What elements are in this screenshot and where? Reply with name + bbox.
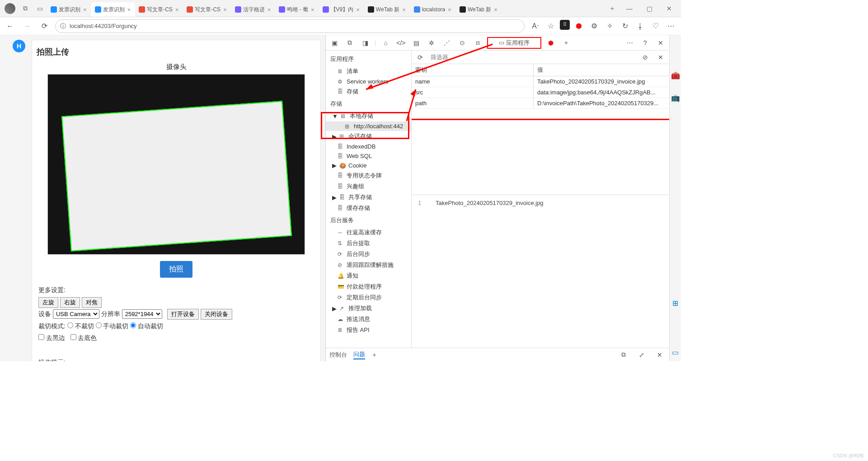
sidebar-bfcache[interactable]: ↔往返高速缓存: [326, 227, 411, 238]
sidebar-storage-overview[interactable]: 🗄存储: [326, 86, 411, 97]
more-tabs-button[interactable]: ＋: [560, 37, 572, 49]
rotate-left-button[interactable]: 左旋: [38, 297, 58, 308]
memory-icon[interactable]: ⧈: [472, 37, 483, 49]
sidebar-notifications[interactable]: 🔔通知: [326, 270, 411, 281]
storage-filter-input[interactable]: [430, 53, 636, 61]
resolution-select[interactable]: 2592*1944: [122, 309, 162, 319]
back-button[interactable]: ←: [4, 20, 16, 33]
sidebar-websql[interactable]: 🗄Web SQL: [326, 151, 411, 161]
delete-item-icon[interactable]: ✕: [655, 51, 666, 63]
storage-row[interactable]: nameTakePhoto_20240205170329_invoice.jpg: [412, 76, 669, 87]
workspaces-icon[interactable]: ⧉: [18, 1, 33, 16]
sidebar-push[interactable]: ☁推送消息: [326, 314, 411, 325]
browser-tab[interactable]: 鸣翊 - 葡×: [275, 2, 319, 17]
close-tab-icon[interactable]: ×: [222, 6, 228, 13]
browser-tab[interactable]: 写文章-CS×: [135, 2, 183, 17]
browser-tab[interactable]: 发票识别×: [47, 2, 91, 17]
drawer-dock-icon[interactable]: ⧉: [618, 349, 629, 361]
tab-actions-icon[interactable]: ▭: [33, 1, 47, 16]
sidebar-manifest[interactable]: 🗎清单: [326, 66, 411, 77]
sidebar-local-storage-origin[interactable]: ⊞http://localhost:442: [326, 121, 411, 131]
site-info-icon[interactable]: ⓘ: [60, 22, 66, 30]
open-device-button[interactable]: 打开设备: [167, 309, 199, 320]
sidebar-service-workers[interactable]: ⚙Service workers: [326, 77, 411, 86]
drawer-expand-icon[interactable]: ⤢: [636, 349, 647, 361]
sidebar-bg-sync[interactable]: ⟳后台同步: [326, 249, 411, 260]
profile-avatar[interactable]: [5, 3, 15, 14]
maximize-button[interactable]: ▢: [639, 1, 659, 16]
sidebar-periodic-sync[interactable]: ⟳定期后台同步: [326, 292, 411, 303]
extensions-icon[interactable]: ⚙: [588, 20, 601, 33]
sidebar-indexeddb[interactable]: 🗄IndexedDB: [326, 142, 411, 151]
clear-storage-icon[interactable]: ⊘: [639, 51, 651, 63]
sidebar-cache-storage[interactable]: 🗄缓存存储: [326, 203, 411, 214]
device-select[interactable]: USB Camera: [53, 309, 99, 319]
focus-button[interactable]: 对焦: [82, 297, 102, 308]
sidebar-bg-fetch[interactable]: ⇅后台提取: [326, 238, 411, 249]
sidebar-session-storage[interactable]: ▶⊞会话存储: [326, 131, 411, 142]
devtools-menu-icon[interactable]: ⋯: [624, 37, 636, 49]
sidebar-local-storage[interactable]: ▼⊞本地存储: [326, 111, 411, 121]
sidebar-shared-storage[interactable]: ▶🗄共享存储: [326, 192, 411, 203]
sidebar-app1-icon[interactable]: 📺: [671, 93, 680, 102]
sources-icon[interactable]: ✲: [426, 37, 437, 49]
downloads-icon[interactable]: ⭳: [634, 20, 647, 33]
browser-tab[interactable]: 【V9】内×: [319, 2, 364, 17]
url-input[interactable]: ⓘ localhost:44203/Forguncy: [55, 19, 525, 33]
new-tab-button[interactable]: ＋: [605, 1, 619, 16]
refresh-button[interactable]: ⟳: [38, 20, 51, 33]
close-tab-icon[interactable]: ×: [355, 6, 361, 13]
sidebar-settings-icon[interactable]: ▭: [672, 348, 679, 357]
storage-row[interactable]: srcdata:image/jpg;base64,/9j/4AAQSkZJRgA…: [412, 87, 669, 98]
rotate-right-button[interactable]: 右旋: [60, 297, 80, 308]
sidebar-speculative[interactable]: ▶↗推理加载: [326, 303, 411, 314]
browser-tab[interactable]: localstora×: [410, 2, 456, 17]
storage-row[interactable]: pathD:\invoicePath\TakePhoto_20240205170…: [412, 98, 669, 109]
devtools-close-icon[interactable]: ✕: [655, 37, 666, 49]
close-window-button[interactable]: ✕: [659, 1, 679, 16]
close-tab-icon[interactable]: ×: [82, 6, 88, 13]
sidebar-reporting[interactable]: 🗎报告 API: [326, 325, 411, 335]
refresh-storage-icon[interactable]: ⟳: [414, 51, 426, 63]
application-tab[interactable]: ▭ 应用程序: [487, 37, 541, 49]
menu-icon[interactable]: ⋯: [665, 20, 677, 33]
devtools-help-icon[interactable]: ?: [639, 37, 651, 49]
crop-auto-radio[interactable]: 自动裁切: [130, 322, 163, 330]
col-key[interactable]: 密钥: [412, 64, 534, 76]
sidebar-interest-groups[interactable]: 🗄兴趣组: [326, 181, 411, 192]
minimize-button[interactable]: ―: [619, 1, 639, 16]
sidebar-cookies[interactable]: ▶🍪Cookie: [326, 161, 411, 170]
sidebar-bounce[interactable]: ⊘退回跟踪缓解措施: [326, 260, 411, 270]
browser-tab[interactable]: WeTab 新×: [364, 2, 410, 17]
close-tab-icon[interactable]: ×: [127, 6, 132, 13]
drawer-issues-tab[interactable]: 问题: [353, 350, 365, 359]
close-tab-icon[interactable]: ×: [267, 6, 272, 13]
close-device-button[interactable]: 关闭设备: [201, 309, 232, 320]
performance-icon[interactable]: ♡: [649, 20, 662, 33]
close-tab-icon[interactable]: ×: [493, 6, 498, 13]
sidebar-app2-icon[interactable]: ⊞: [672, 299, 678, 307]
history-icon[interactable]: ↻: [619, 20, 631, 33]
console-icon[interactable]: ▤: [410, 37, 422, 49]
network-icon[interactable]: ⋰: [441, 37, 453, 49]
reader-icon[interactable]: A⁺: [529, 20, 542, 33]
sidebar-payment[interactable]: 💳付款处理程序: [326, 281, 411, 292]
ext1-icon[interactable]: ⠿: [560, 20, 570, 30]
ublock-icon[interactable]: ⬢: [572, 20, 585, 33]
elements-icon[interactable]: </>: [395, 37, 407, 49]
device-icon[interactable]: ⧉: [344, 37, 356, 49]
capture-button[interactable]: 拍照: [160, 261, 192, 278]
drawer-close-icon[interactable]: ✕: [654, 349, 666, 361]
drawer-console-tab[interactable]: 控制台: [329, 351, 347, 359]
app-logo[interactable]: H: [13, 40, 25, 52]
drawer-add-tab[interactable]: ＋: [371, 351, 377, 359]
browser-tab[interactable]: 发票识别×: [91, 2, 136, 17]
sidebar-state-tokens[interactable]: 🗄专用状态令牌: [326, 170, 411, 181]
col-value[interactable]: 值: [534, 64, 669, 76]
crop-manual-radio[interactable]: 手动裁切: [96, 322, 129, 330]
favorites-bar-icon[interactable]: ✧: [603, 20, 616, 33]
crop-none-radio[interactable]: 不裁切: [67, 322, 94, 330]
welcome-icon[interactable]: ⌂: [380, 37, 391, 49]
remove-black-checkbox[interactable]: 去黑边: [38, 334, 65, 341]
dock-icon[interactable]: ◨: [359, 37, 371, 49]
